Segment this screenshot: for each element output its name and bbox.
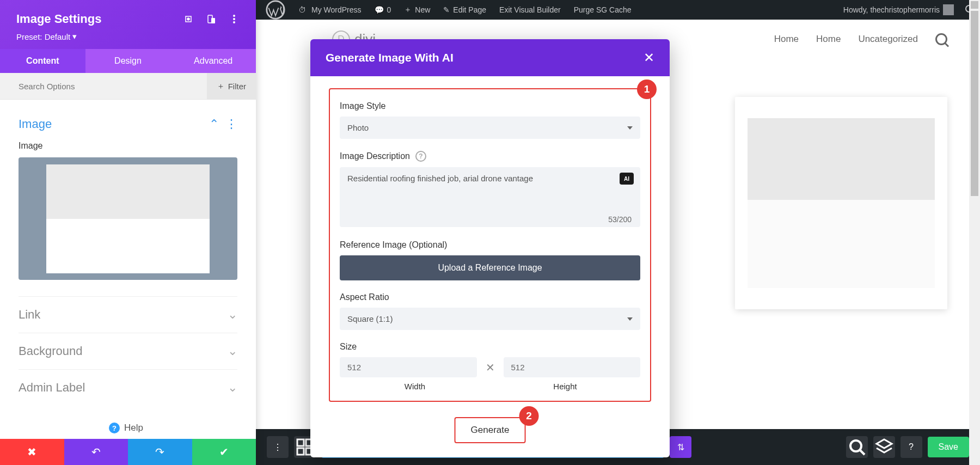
nav-search-icon[interactable] (935, 33, 947, 45)
responsive-icon[interactable] (206, 14, 217, 25)
height-input[interactable] (504, 357, 641, 377)
admin-site-link[interactable]: ⏱My WordPress (293, 0, 367, 20)
admin-account[interactable]: Howdy, thechristophermorris (838, 0, 959, 20)
scroll-up-icon[interactable] (971, 1, 978, 9)
confirm-button[interactable]: ✔ (192, 439, 256, 465)
layers-button[interactable]: ⇅ (670, 436, 691, 458)
svg-point-4 (187, 18, 189, 20)
pencil-icon: ✎ (443, 5, 450, 14)
page-scrollbar[interactable] (969, 0, 980, 465)
expand-icon[interactable] (183, 14, 194, 25)
height-sublabel: Height (490, 382, 640, 391)
image-label: Image (19, 141, 237, 151)
help-icon: ? (109, 423, 120, 433)
scroll-thumb[interactable] (971, 11, 978, 196)
question-icon: ? (909, 442, 914, 452)
search-options-input[interactable] (0, 74, 207, 99)
help-icon[interactable]: ? (415, 151, 426, 162)
chevron-down-icon: ▾ (72, 32, 77, 41)
image-style-select[interactable]: Photo (340, 117, 640, 139)
image-style-label: Image Style (340, 101, 640, 111)
wp-admin-bar: ⏱My WordPress 💬0 ＋New ✎Edit Page Exit Vi… (256, 0, 980, 20)
tab-advanced[interactable]: Advanced (170, 49, 256, 73)
wp-logo-icon[interactable] (260, 0, 291, 20)
admin-new[interactable]: ＋New (399, 0, 436, 20)
help-link[interactable]: ?Help (109, 423, 143, 433)
panel-title: Image Settings (16, 12, 101, 26)
ai-badge-icon[interactable]: AI (620, 173, 634, 185)
svg-rect-6 (211, 18, 215, 23)
comment-icon: 💬 (375, 5, 384, 14)
help-button[interactable]: ? (901, 436, 922, 458)
content-image-right[interactable] (735, 97, 947, 309)
undo-icon: ↶ (91, 445, 101, 458)
annotation-badge-2: 2 (519, 406, 538, 426)
svg-line-15 (860, 450, 865, 455)
stack-button[interactable] (873, 436, 895, 458)
plus-icon: ＋ (404, 5, 412, 15)
aspect-ratio-label: Aspect Ratio (340, 292, 640, 302)
chevron-down-icon: ⌄ (228, 344, 237, 358)
generate-button[interactable]: Generate (461, 421, 519, 439)
section-link[interactable]: Link⌄ (19, 296, 237, 333)
admin-purge-cache[interactable]: Purge SG Cache (568, 0, 637, 20)
collapse-icon[interactable]: ⌃ (209, 117, 219, 131)
tab-content[interactable]: Content (0, 49, 85, 73)
check-icon: ✔ (219, 445, 229, 458)
admin-edit-page[interactable]: ✎Edit Page (438, 0, 492, 20)
width-input[interactable] (340, 357, 477, 377)
modal-close-button[interactable]: ✕ (644, 50, 654, 65)
image-description-input[interactable]: Residential roofing finished job, arial … (340, 167, 640, 227)
svg-point-9 (233, 21, 235, 23)
tab-design[interactable]: Design (85, 49, 171, 73)
reference-image-label: Reference Image (Optional) (340, 240, 640, 250)
chevron-down-icon: ⌄ (228, 308, 237, 322)
section-more-icon[interactable]: ⋮ (225, 117, 237, 131)
svg-rect-10 (297, 439, 304, 446)
annotation-box-1: 1 Image Style Photo Image Description? R… (329, 88, 651, 402)
section-background[interactable]: Background⌄ (19, 333, 237, 369)
annotation-box-2: 2 Generate (455, 417, 526, 443)
arrows-icon: ⇅ (677, 442, 684, 452)
dots-icon: ⋮ (273, 442, 282, 452)
section-admin-label[interactable]: Admin Label⌄ (19, 369, 237, 406)
zoom-button[interactable] (846, 436, 868, 458)
nav-uncategorized[interactable]: Uncategorized (858, 34, 918, 45)
svg-point-7 (233, 15, 235, 17)
filter-button[interactable]: ＋Filter (207, 73, 256, 99)
close-icon: ✖ (27, 445, 36, 458)
nav-home-2[interactable]: Home (816, 34, 841, 45)
image-preview[interactable] (19, 157, 237, 280)
chevron-down-icon: ⌄ (228, 381, 237, 395)
annotation-badge-1: 1 (637, 79, 657, 99)
dashboard-icon: ⏱ (298, 5, 308, 14)
preset-selector[interactable]: Preset: Default▾ (16, 32, 240, 41)
char-counter: 53/200 (608, 215, 632, 224)
discard-button[interactable]: ✖ (0, 439, 64, 465)
aspect-ratio-select[interactable]: Square (1:1) (340, 308, 640, 330)
plus-icon: ＋ (217, 81, 225, 91)
svg-point-14 (850, 440, 861, 451)
modal-title: Generate Image With AI (326, 51, 454, 64)
settings-panel: Image Settings Preset: Default▾ Content … (0, 0, 256, 465)
save-button[interactable]: Save (928, 437, 969, 457)
more-icon[interactable] (229, 14, 240, 25)
admin-exit-vb[interactable]: Exit Visual Builder (494, 0, 566, 20)
image-description-label: Image Description (340, 151, 410, 161)
ai-generate-modal: Generate Image With AI ✕ 1 Image Style P… (310, 39, 670, 457)
svg-rect-12 (297, 448, 304, 455)
redo-icon: ↷ (155, 445, 164, 458)
admin-comments[interactable]: 💬0 (369, 0, 397, 20)
section-image-title[interactable]: Image (19, 117, 52, 131)
times-icon: ✕ (486, 361, 495, 374)
svg-point-8 (233, 18, 235, 20)
width-sublabel: Width (340, 382, 490, 391)
upload-reference-button[interactable]: Upload a Reference Image (340, 255, 640, 280)
undo-button[interactable]: ↶ (64, 439, 128, 465)
avatar (943, 4, 954, 15)
nav-home-1[interactable]: Home (774, 34, 799, 45)
size-label: Size (340, 342, 640, 352)
redo-button[interactable]: ↷ (128, 439, 192, 465)
builder-menu-button[interactable]: ⋮ (267, 436, 289, 458)
